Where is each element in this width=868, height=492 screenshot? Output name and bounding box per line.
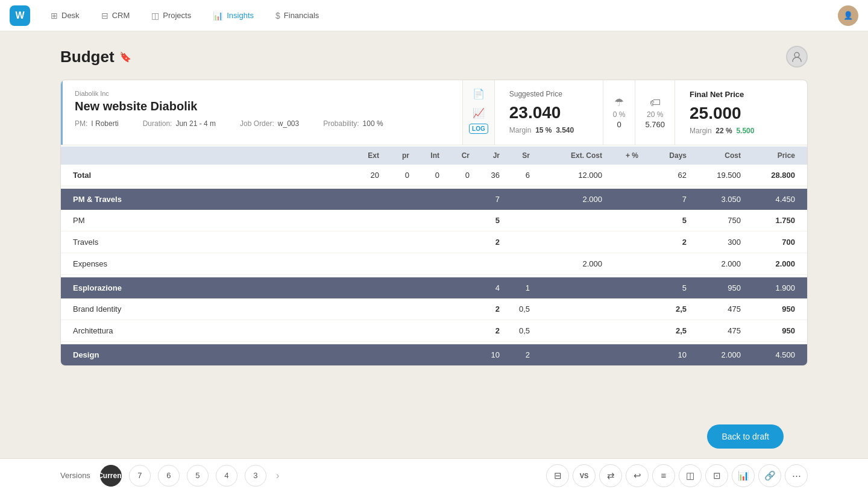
section-pm-label: PM & Travels xyxy=(73,195,343,204)
suggested-price-margin: Margin 15 % 3.540 xyxy=(509,126,588,134)
total-cr: 0 xyxy=(439,171,470,180)
version-current[interactable]: Current xyxy=(100,465,122,487)
financials-icon: $ xyxy=(275,11,280,20)
page-header: Budget 🔖 xyxy=(60,46,808,68)
version-3[interactable]: 3 xyxy=(245,465,266,487)
total-jr: 36 xyxy=(470,171,500,180)
tool-more-btn[interactable]: ⋯ xyxy=(785,464,808,487)
tool-chart-btn[interactable]: 📊 xyxy=(732,464,755,487)
projects-icon: ◫ xyxy=(151,11,159,20)
chart-icon[interactable]: 📈 xyxy=(470,104,487,121)
suggested-price-label: Suggested Price xyxy=(509,90,588,98)
tool-filter-btn[interactable]: ≡ xyxy=(652,464,675,487)
section-pm-price: 4.450 xyxy=(741,195,795,204)
discount-panel: ☂ 0 % 0 xyxy=(603,80,635,145)
section-pm-ext-cost: 2.000 xyxy=(530,195,602,204)
section-pm-cost: 3.050 xyxy=(687,195,741,204)
section-pm-travels[interactable]: PM & Travels 7 2.000 7 3.050 4.450 xyxy=(61,189,807,210)
row-travels: Travels 2 2 300 700 xyxy=(61,232,807,253)
col-ext: Ext xyxy=(343,151,379,160)
nav-insights[interactable]: 📊 Insights xyxy=(204,7,262,24)
total-pr: 0 xyxy=(379,171,409,180)
project-job-order: Job Order: w_003 xyxy=(240,119,299,128)
main-card: Diabolik Inc New website Diabolik PM: I … xyxy=(60,80,808,366)
crm-icon: ⊟ xyxy=(101,11,108,20)
final-net-price-value: 25.000 xyxy=(690,104,793,123)
tool-link-btn[interactable]: 🔗 xyxy=(758,464,781,487)
project-icons-panel: 📄 📈 LOG xyxy=(462,80,494,145)
markup-panel: 🏷 20 % 5.760 xyxy=(635,80,675,145)
bottom-bar: Versions Current 7 6 5 4 3 › ⊟ VS ⇄ ↩ ≡ … xyxy=(0,458,868,492)
total-label: Total xyxy=(73,171,343,180)
suggested-price-panel: Suggested Price 23.040 Margin 15 % 3.540 xyxy=(494,80,603,145)
tool-vs-btn[interactable]: VS xyxy=(573,464,596,487)
tool-table-btn[interactable]: ⊟ xyxy=(546,464,569,487)
total-int: 0 xyxy=(409,171,439,180)
section-esplorazione[interactable]: Esplorazione 4 1 5 950 1.900 xyxy=(61,277,807,298)
tag-icon: 🏷 xyxy=(650,96,661,109)
user-avatar[interactable]: 👤 xyxy=(838,5,858,26)
log-button[interactable]: LOG xyxy=(469,124,488,134)
nav-crm[interactable]: ⊟ CRM xyxy=(93,7,139,24)
version-5[interactable]: 5 xyxy=(187,465,209,487)
col-cr: Cr xyxy=(439,151,470,160)
tool-sync-btn[interactable]: ⇄ xyxy=(599,464,622,487)
version-arrow-right[interactable]: › xyxy=(276,470,279,481)
section-pm-jr: 7 xyxy=(470,195,500,204)
total-price: 28.800 xyxy=(741,171,795,180)
col-ext-cost: Ext. Cost xyxy=(530,151,602,160)
project-pm: PM: I Roberti xyxy=(75,119,119,128)
total-ext: 20 xyxy=(343,171,379,180)
app-logo[interactable]: W xyxy=(10,5,30,26)
tool-undo-btn[interactable]: ↩ xyxy=(626,464,649,487)
versions-label: Versions xyxy=(60,471,90,480)
version-6[interactable]: 6 xyxy=(158,465,180,487)
page-content: Budget 🔖 Diabolik Inc New website Diabol… xyxy=(0,31,868,380)
total-cost: 19.500 xyxy=(687,171,741,180)
toolbar-group: ⊟ VS ⇄ ↩ ≡ ◫ ⊡ 📊 🔗 ⋯ xyxy=(546,464,808,487)
section-esp-label: Esplorazione xyxy=(73,283,343,292)
final-net-price-margin: Margin 22 % 5.500 xyxy=(690,127,793,135)
project-company: Diabolik Inc xyxy=(75,90,450,97)
insights-icon: 📊 xyxy=(213,11,223,20)
nav-projects[interactable]: ◫ Projects xyxy=(143,7,200,24)
bookmark-icon[interactable]: 🔖 xyxy=(119,51,131,63)
tool-grid-btn[interactable]: ⊡ xyxy=(705,464,728,487)
back-to-draft-button[interactable]: Back to draft xyxy=(707,424,784,449)
col-int: Int xyxy=(409,151,439,160)
section-design[interactable]: Design 10 2 10 2.000 4.500 xyxy=(61,344,807,365)
col-cost: Cost xyxy=(687,151,741,160)
col-plus-pct: + % xyxy=(602,151,638,160)
row-pm: PM 5 5 750 1.750 xyxy=(61,210,807,232)
col-days: Days xyxy=(638,151,687,160)
final-net-price-panel: Final Net Price 25.000 Margin 22 % 5.500 xyxy=(675,80,807,145)
page-title: Budget 🔖 xyxy=(60,48,131,66)
total-row: Total 20 0 0 0 36 6 12.000 62 19.500 28.… xyxy=(61,165,807,186)
col-jr: Jr xyxy=(470,151,500,160)
nav-desk[interactable]: ⊞ Desk xyxy=(42,7,88,24)
section-pm-days: 7 xyxy=(638,195,687,204)
total-ext-cost: 12.000 xyxy=(530,171,602,180)
project-name: New website Diabolik xyxy=(75,99,450,113)
tag-row: 🏷 20 % 5.760 xyxy=(645,96,665,129)
project-row: Diabolik Inc New website Diabolik PM: I … xyxy=(61,80,807,145)
project-meta: PM: I Roberti Duration: Jun 21 - 4 m Job… xyxy=(75,119,450,128)
col-pr: pr xyxy=(379,151,409,160)
version-7[interactable]: 7 xyxy=(129,465,151,487)
project-info: Diabolik Inc New website Diabolik PM: I … xyxy=(61,80,462,145)
svg-point-0 xyxy=(794,52,799,57)
tool-layers-btn[interactable]: ◫ xyxy=(679,464,702,487)
row-expenses: Expenses 2.000 2.000 2.000 xyxy=(61,253,807,275)
top-navigation: W ⊞ Desk ⊟ CRM ◫ Projects 📊 Insights $ F… xyxy=(0,0,868,31)
total-days: 62 xyxy=(638,171,687,180)
total-sr: 6 xyxy=(500,171,530,180)
project-probability: Probability: 100 % xyxy=(323,119,383,128)
header-avatar-button[interactable] xyxy=(786,46,808,68)
version-4[interactable]: 4 xyxy=(216,465,237,487)
document-icon[interactable]: 📄 xyxy=(470,85,487,102)
table-header: Ext pr Int Cr Jr Sr Ext. Cost + % Days C… xyxy=(61,147,807,165)
desk-icon: ⊞ xyxy=(51,11,58,20)
umbrella-row: ☂ 0 % 0 xyxy=(613,96,626,129)
umbrella-icon: ☂ xyxy=(614,96,624,109)
nav-financials[interactable]: $ Financials xyxy=(267,7,327,24)
